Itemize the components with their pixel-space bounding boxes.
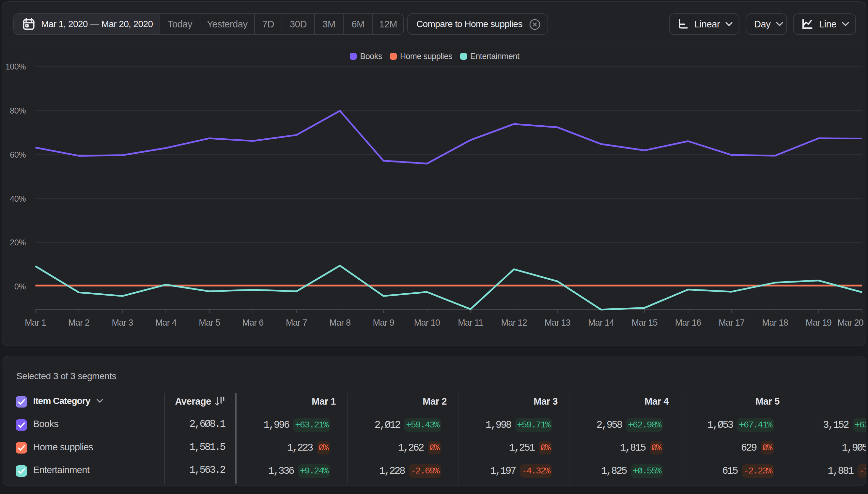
svg-text:80%: 80% — [10, 106, 26, 115]
svg-text:40%: 40% — [10, 194, 26, 203]
svg-text:Mar 19: Mar 19 — [806, 318, 831, 328]
svg-text:Mar 11: Mar 11 — [458, 318, 483, 328]
svg-text:Mar 8: Mar 8 — [329, 318, 351, 328]
svg-text:Mar 3: Mar 3 — [112, 318, 133, 328]
svg-text:100%: 100% — [5, 62, 26, 71]
svg-text:Mar 18: Mar 18 — [762, 318, 788, 328]
svg-text:Mar 6: Mar 6 — [243, 318, 264, 328]
svg-text:60%: 60% — [10, 150, 26, 159]
svg-text:Mar 20: Mar 20 — [838, 318, 864, 328]
svg-text:Mar 7: Mar 7 — [286, 318, 307, 328]
svg-text:Mar 16: Mar 16 — [675, 318, 701, 328]
svg-text:Mar 1: Mar 1 — [25, 318, 46, 328]
svg-text:Mar 10: Mar 10 — [414, 318, 440, 328]
svg-text:Mar 13: Mar 13 — [545, 318, 570, 328]
svg-text:Mar 12: Mar 12 — [501, 318, 527, 328]
svg-text:Mar 9: Mar 9 — [373, 318, 394, 328]
svg-text:0%: 0% — [14, 282, 26, 291]
svg-text:Mar 2: Mar 2 — [68, 318, 89, 328]
svg-text:Mar 14: Mar 14 — [588, 318, 614, 328]
svg-text:Mar 4: Mar 4 — [155, 318, 177, 328]
svg-text:Mar 15: Mar 15 — [632, 318, 658, 328]
svg-text:Mar 5: Mar 5 — [199, 318, 220, 328]
svg-text:20%: 20% — [10, 238, 26, 247]
svg-text:Mar 17: Mar 17 — [719, 318, 744, 328]
